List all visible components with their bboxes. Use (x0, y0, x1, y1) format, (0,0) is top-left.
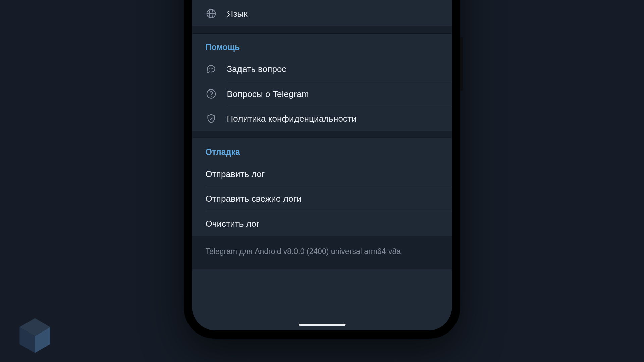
watermark-cube-icon (15, 315, 55, 355)
row-privacy-policy[interactable]: Политика конфиденциальности (192, 106, 452, 131)
section-gap (192, 131, 452, 138)
svg-point-4 (211, 68, 212, 69)
question-circle-icon (206, 88, 217, 100)
globe-icon (206, 8, 217, 19)
chat-bubble-icon (206, 63, 217, 75)
settings-list: Язык Помощь Задать вопрос (192, 0, 452, 330)
row-language-label: Язык (227, 9, 248, 19)
row-ask-question-label: Задать вопрос (227, 64, 286, 74)
section-help-title: Помощь (192, 34, 452, 57)
row-clear-log-label: Очистить лог (206, 219, 260, 229)
svg-point-5 (212, 68, 213, 69)
phone-screen: Язык Помощь Задать вопрос (192, 0, 452, 330)
section-debug-title: Отладка (192, 138, 452, 162)
row-send-fresh-logs[interactable]: Отправить свежие логи (192, 186, 452, 211)
section-general-tail: Язык (192, 1, 452, 26)
svg-point-3 (209, 68, 210, 69)
row-language[interactable]: Язык (192, 1, 452, 26)
svg-point-7 (211, 96, 212, 97)
section-debug: Отладка Отправить лог Отправить свежие л… (192, 138, 452, 236)
row-clear-log[interactable]: Очистить лог (192, 211, 452, 236)
section-help: Помощь Задать вопрос (192, 34, 452, 131)
row-faq-label: Вопросы о Telegram (227, 89, 309, 99)
row-faq[interactable]: Вопросы о Telegram (192, 81, 452, 106)
section-gap (192, 26, 452, 34)
app-version-footer: Telegram для Android v8.0.0 (2400) unive… (192, 236, 452, 269)
row-send-fresh-logs-label: Отправить свежие логи (206, 194, 302, 204)
row-send-log-label: Отправить лог (206, 169, 265, 179)
row-send-log[interactable]: Отправить лог (192, 162, 452, 186)
row-ask-question[interactable]: Задать вопрос (192, 57, 452, 81)
phone-frame: Язык Помощь Задать вопрос (184, 0, 460, 339)
android-gesture-bar (299, 324, 345, 326)
shield-check-icon (206, 113, 217, 124)
row-privacy-policy-label: Политика конфиденциальности (227, 114, 357, 124)
